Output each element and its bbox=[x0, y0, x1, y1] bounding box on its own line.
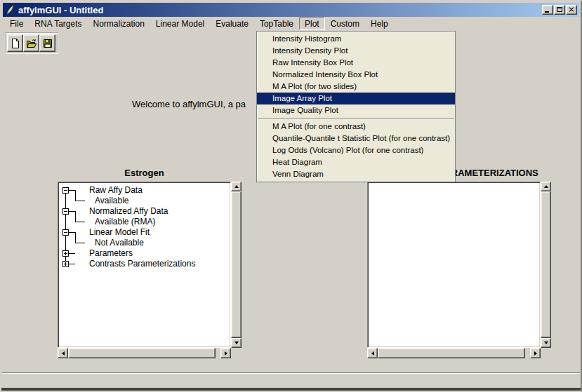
menu-rna-targets[interactable]: RNA Targets bbox=[29, 17, 87, 30]
menu-help[interactable]: Help bbox=[365, 17, 394, 30]
menu-toptable[interactable]: TopTable bbox=[254, 17, 299, 30]
menu-item-normalized-intensity-box-plot[interactable]: Normalized Intensity Box Plot bbox=[257, 69, 455, 81]
menu-normalization[interactable]: Normalization bbox=[88, 17, 150, 30]
minimize-icon bbox=[545, 11, 549, 13]
scroll-thumb[interactable] bbox=[68, 348, 216, 358]
tree-item-label[interactable]: Normalized Affy Data bbox=[89, 206, 168, 216]
tree-child-label[interactable]: Available bbox=[95, 196, 128, 205]
right-panel-horizontal-scrollbar[interactable] bbox=[367, 348, 541, 358]
minimize-button[interactable] bbox=[542, 5, 553, 15]
tree-item-label[interactable]: Raw Affy Data bbox=[89, 185, 143, 195]
scroll-up-button[interactable] bbox=[541, 182, 551, 191]
open-folder-icon bbox=[26, 38, 37, 49]
tree-item-label[interactable]: Parameters bbox=[89, 248, 133, 258]
arrow-left-icon bbox=[62, 351, 65, 356]
menu-evaluate[interactable]: Evaluate bbox=[210, 17, 254, 30]
arrow-up-icon bbox=[234, 185, 239, 188]
scroll-thumb[interactable] bbox=[231, 191, 242, 338]
menu-item-venn-diagram[interactable]: Venn Diagram bbox=[257, 168, 455, 180]
menu-file[interactable]: File bbox=[4, 17, 29, 30]
menu-item-qq-t-statistic-plot[interactable]: Quantile-Quantile t Statistic Plot (for … bbox=[257, 133, 455, 144]
arrow-left-icon bbox=[371, 351, 374, 356]
arrow-down-icon bbox=[544, 342, 548, 344]
scroll-left-button[interactable] bbox=[367, 348, 378, 358]
scroll-right-button[interactable] bbox=[220, 348, 231, 358]
left-panel-vertical-scrollbar[interactable] bbox=[231, 182, 242, 348]
save-floppy-icon bbox=[42, 38, 53, 49]
arrow-right-icon bbox=[225, 351, 227, 356]
scroll-up-button[interactable] bbox=[231, 182, 242, 191]
tree-child-label[interactable]: Available (RMA) bbox=[95, 217, 155, 227]
scroll-down-button[interactable] bbox=[231, 338, 242, 348]
title-bar[interactable]: affylmGUI - Untitled bbox=[3, 3, 579, 17]
new-document-icon bbox=[10, 38, 21, 49]
menu-item-image-array-plot-selected[interactable]: Image Array Plot bbox=[257, 93, 455, 104]
left-panel-horizontal-scrollbar[interactable] bbox=[58, 348, 231, 358]
window-bottom-edge bbox=[0, 388, 582, 392]
maximize-icon bbox=[557, 7, 562, 12]
tree-child-label[interactable]: Not Available bbox=[95, 238, 144, 248]
status-bar bbox=[2, 374, 580, 388]
feather-icon bbox=[5, 5, 15, 15]
menu-item-intensity-density-plot[interactable]: Intensity Density Plot bbox=[257, 45, 455, 57]
tree-item-label[interactable]: Contrasts Parameterizations bbox=[89, 259, 195, 269]
toolbar bbox=[5, 32, 58, 54]
scroll-down-button[interactable] bbox=[541, 338, 551, 348]
close-button[interactable] bbox=[566, 5, 577, 15]
arrow-up-icon bbox=[544, 185, 548, 188]
open-file-button[interactable] bbox=[23, 34, 39, 52]
tree-toggle-linear-model-fit[interactable] bbox=[62, 229, 69, 236]
tree-toggle-raw-affy-data[interactable] bbox=[62, 187, 69, 194]
arrow-down-icon bbox=[234, 342, 239, 344]
menu-custom[interactable]: Custom bbox=[325, 17, 365, 30]
scroll-thumb[interactable] bbox=[378, 348, 525, 358]
scroll-left-button[interactable] bbox=[58, 348, 68, 358]
tree-toggle-parameters[interactable] bbox=[62, 250, 69, 257]
application-window: affylmGUI - Untitled File RNA Targets No… bbox=[0, 0, 582, 392]
maximize-button[interactable] bbox=[554, 5, 565, 15]
menu-item-ma-plot-one-contrast[interactable]: M A Plot (for one contrast) bbox=[257, 121, 455, 133]
tree-item-label[interactable]: Linear Model Fit bbox=[89, 227, 150, 237]
new-file-button[interactable] bbox=[7, 34, 23, 52]
menu-item-heat-diagram[interactable]: Heat Diagram bbox=[257, 156, 455, 168]
menu-item-ma-plot-two-slides[interactable]: M A Plot (for two slides) bbox=[257, 81, 455, 93]
estrogen-tree-listbox[interactable]: Raw Affy Data Available Normalized Affy … bbox=[58, 182, 231, 348]
welcome-text: Welcome to affylmGUI, a pa bbox=[132, 99, 246, 109]
tree-toggle-normalized-affy-data[interactable] bbox=[62, 208, 69, 215]
menu-bar: File RNA Targets Normalization Linear Mo… bbox=[3, 17, 579, 30]
menu-separator bbox=[258, 118, 454, 119]
save-file-button[interactable] bbox=[39, 34, 55, 52]
menu-item-intensity-histogram[interactable]: Intensity Histogram bbox=[257, 33, 455, 45]
menu-item-log-odds-volcano-plot[interactable]: Log Odds (Volcano) Plot (for one contras… bbox=[257, 144, 455, 156]
window-title: affylmGUI - Untitled bbox=[18, 5, 103, 15]
menu-plot[interactable]: Plot bbox=[299, 17, 325, 30]
arrow-right-icon bbox=[534, 351, 537, 356]
menu-item-image-quality-plot[interactable]: Image Quality Plot bbox=[257, 104, 455, 116]
scroll-right-button[interactable] bbox=[530, 348, 541, 358]
contrasts-parameterizations-listbox[interactable] bbox=[367, 182, 541, 348]
scroll-thumb[interactable] bbox=[541, 191, 551, 338]
menu-linear-model[interactable]: Linear Model bbox=[150, 17, 210, 30]
left-panel-title: Estrogen bbox=[58, 168, 231, 178]
status-tree: Raw Affy Data Available Normalized Affy … bbox=[60, 184, 229, 346]
tree-toggle-contrasts-parameterizations[interactable] bbox=[62, 261, 69, 267]
menu-item-raw-intensity-box-plot[interactable]: Raw Intensity Box Plot bbox=[257, 57, 455, 69]
plot-dropdown-menu: Intensity Histogram Intensity Density Pl… bbox=[256, 31, 456, 182]
right-panel-vertical-scrollbar[interactable] bbox=[541, 182, 551, 348]
